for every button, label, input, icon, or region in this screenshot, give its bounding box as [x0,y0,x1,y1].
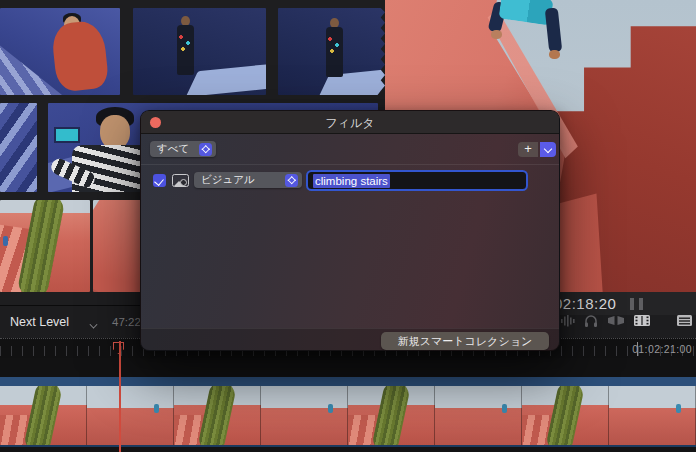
figure-art [549,50,560,59]
clip-filmstrip [0,386,696,445]
new-smart-collection-button[interactable]: 新規スマートコレクション [381,332,549,350]
headphones-icon[interactable] [583,313,599,328]
filmstrip-icon[interactable] [633,313,651,328]
timecode-display[interactable]: 02:18:20 [546,292,696,315]
ruler-timecode-label: 01:02:21:00 [632,343,692,355]
timeline-clip[interactable] [0,377,696,447]
filter-dialog: フィルタ すべて + ビジュアル climbing stairs 新規スマートコ… [140,110,560,351]
browser-clip-thumbnail[interactable] [0,8,120,95]
popup-value: すべて [157,142,195,156]
figure-art [3,236,8,246]
popup-value: ビジュアル [201,173,281,187]
rule-type-popup[interactable]: ビジュアル [194,172,302,188]
up-down-chevrons-icon [199,143,212,156]
add-rule-dropdown-button[interactable] [540,142,556,157]
browser-clip-thumbnail[interactable] [0,103,37,192]
figure-art [491,30,502,39]
filmstrip-frame [87,386,174,445]
figure-art [326,27,343,77]
timeline-background [0,358,696,377]
browser-clip-thumbnail[interactable] [133,8,266,95]
filmstrip-frame [609,386,696,445]
pause-icon [630,298,643,310]
browser-clip-thumbnail[interactable] [278,8,385,95]
figure-art [177,25,194,75]
playhead-line[interactable] [119,341,121,452]
clip-trim-icon[interactable] [606,313,626,328]
dialog-titlebar[interactable]: フィルタ [141,111,559,134]
screen-art [54,127,80,143]
search-input[interactable]: climbing stairs [306,170,528,191]
filmstrip-frame [435,386,522,445]
project-duration: 47:22 [112,316,141,328]
fcp-window: 02:18:20 Next Level 47:22 01:02:21:00 [0,0,696,452]
filmstrip-frame [522,386,609,445]
match-scope-popup[interactable]: すべて [150,141,216,157]
image-search-icon [172,174,189,187]
ledge-art [186,63,266,95]
figure-art [51,19,110,92]
index-icon[interactable] [676,313,692,328]
clip-color-bar [0,377,696,386]
selected-text: climbing stairs [313,174,390,188]
rule-enabled-checkbox[interactable] [153,174,166,187]
up-down-chevrons-icon [285,174,298,187]
waveform-icon[interactable] [560,313,576,328]
filmstrip-frame [0,386,87,445]
add-rule-button[interactable]: + [518,142,538,157]
browser-clip-thumbnail[interactable] [0,200,90,292]
chevron-down-icon[interactable] [90,321,98,329]
figure-art [100,115,130,149]
filmstrip-frame [174,386,261,445]
divider [141,164,559,165]
filmstrip-frame [348,386,435,445]
figure-art [545,7,563,52]
dialog-footer: 新規スマートコレクション [141,328,559,351]
filmstrip-frame [261,386,348,445]
project-name[interactable]: Next Level [10,315,69,329]
dialog-title: フィルタ [141,115,559,132]
